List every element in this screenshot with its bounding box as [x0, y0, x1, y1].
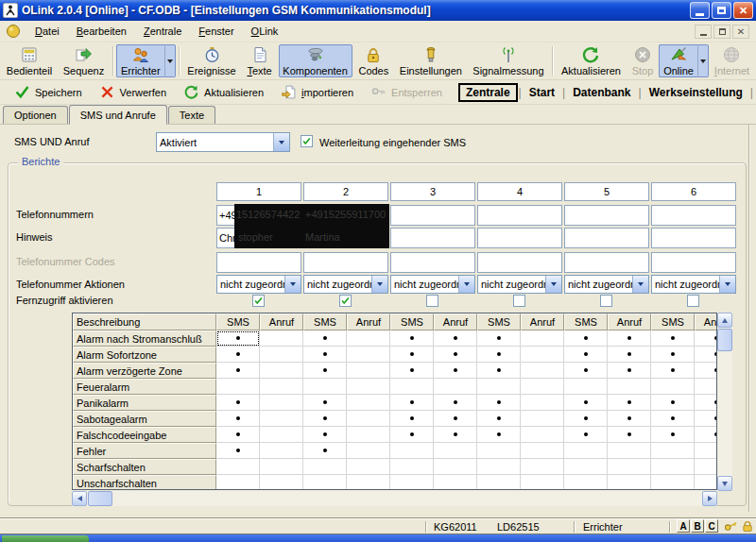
event-cell-sms-1[interactable] — [216, 330, 260, 347]
event-cell-anruf-1[interactable] — [260, 330, 303, 347]
event-cell-sms-3[interactable] — [390, 330, 434, 347]
texte-button[interactable]: Texte — [243, 44, 277, 77]
event-cell-sms-5[interactable] — [564, 379, 608, 395]
telefonummer-code-cell-3[interactable] — [390, 252, 475, 273]
event-cell-anruf-2[interactable] — [347, 411, 390, 427]
event-cell-anruf-4[interactable] — [521, 363, 564, 379]
menu-item-fenster[interactable]: Fenster — [190, 23, 242, 40]
event-cell-sms-4[interactable] — [477, 411, 521, 427]
event-cell-sms-6[interactable] — [651, 475, 695, 490]
scroll-up-button[interactable] — [717, 313, 732, 328]
event-cell-anruf-1[interactable] — [260, 475, 303, 490]
event-cell-sms-4[interactable] — [477, 347, 521, 363]
sms-und-anruf-select[interactable]: Aktiviert — [156, 132, 290, 152]
event-cell-sms-5[interactable] — [564, 475, 608, 490]
telefonummer-code-cell-4[interactable] — [477, 252, 562, 273]
event-cell-sms-3[interactable] — [390, 395, 434, 411]
telefonummer-aktion-select-3[interactable]: nicht zugeordr — [390, 275, 475, 294]
event-cell-sms-2[interactable] — [303, 379, 347, 395]
event-cell-anruf-6[interactable] — [695, 395, 717, 411]
horizontal-scrollbar[interactable] — [72, 491, 717, 506]
event-cell-sms-1[interactable] — [216, 379, 260, 395]
event-cell-anruf-5[interactable] — [608, 427, 651, 443]
einstellungen-button[interactable]: Einstellungen — [395, 44, 467, 77]
partition-button-c[interactable]: C — [705, 519, 718, 533]
event-cell-anruf-2[interactable] — [347, 330, 390, 347]
event-cell-anruf-1[interactable] — [260, 395, 303, 411]
event-cell-sms-5[interactable] — [564, 395, 608, 411]
telefonummer-code-cell-2[interactable] — [303, 252, 388, 273]
event-cell-anruf-5[interactable] — [608, 475, 651, 490]
event-cell-sms-3[interactable] — [390, 363, 434, 379]
mdi-restore-button[interactable] — [713, 25, 730, 39]
event-cell-anruf-4[interactable] — [521, 427, 564, 443]
scroll-left-button[interactable] — [72, 491, 87, 506]
event-cell-sms-2[interactable] — [303, 363, 347, 379]
event-cell-anruf-3[interactable] — [434, 443, 477, 459]
tab-texte[interactable]: Texte — [168, 106, 215, 124]
event-cell-sms-5[interactable] — [564, 330, 608, 347]
event-cell-sms-4[interactable] — [477, 427, 521, 443]
event-cell-anruf-6[interactable] — [695, 347, 717, 363]
start-button[interactable] — [2, 535, 89, 542]
codes-button[interactable]: Codes — [354, 44, 394, 77]
event-cell-sms-5[interactable] — [564, 347, 608, 363]
importieren-button[interactable]: importieren — [272, 81, 362, 103]
signalmessung-button[interactable]: Signalmessung — [469, 44, 549, 77]
event-cell-sms-2[interactable] — [303, 443, 347, 459]
event-cell-anruf-5[interactable] — [608, 363, 651, 379]
fernzugriff-checkbox-4[interactable] — [513, 295, 525, 307]
event-cell-anruf-3[interactable] — [434, 347, 477, 363]
event-cell-anruf-4[interactable] — [521, 411, 564, 427]
event-cell-sms-5[interactable] — [564, 459, 608, 475]
chevron-down-icon[interactable] — [632, 276, 648, 293]
event-cell-anruf-5[interactable] — [608, 443, 651, 459]
event-cell-sms-3[interactable] — [390, 411, 434, 427]
scroll-down-button[interactable] — [717, 476, 732, 491]
event-cell-sms-2[interactable] — [303, 475, 347, 490]
event-cell-anruf-4[interactable] — [521, 330, 564, 347]
event-cell-sms-2[interactable] — [303, 411, 347, 427]
event-cell-sms-4[interactable] — [477, 459, 521, 475]
event-cell-anruf-4[interactable] — [521, 459, 564, 475]
ereignisse-button[interactable]: Ereignisse — [183, 44, 241, 77]
event-cell-anruf-6[interactable] — [695, 475, 717, 490]
event-cell-anruf-6[interactable] — [695, 330, 717, 347]
telefonummer-aktion-select-1[interactable]: nicht zugeordr — [216, 275, 301, 294]
event-cell-anruf-3[interactable] — [434, 475, 477, 490]
fernzugriff-checkbox-3[interactable] — [426, 295, 438, 307]
event-cell-sms-6[interactable] — [651, 347, 695, 363]
event-cell-anruf-6[interactable] — [695, 363, 717, 379]
event-cell-sms-1[interactable] — [216, 443, 260, 459]
event-cell-anruf-6[interactable] — [695, 443, 717, 459]
nav-tab-start[interactable]: Start — [523, 84, 561, 101]
event-cell-sms-1[interactable] — [216, 347, 260, 363]
fernzugriff-checkbox-1[interactable] — [252, 295, 265, 307]
event-cell-sms-5[interactable] — [564, 427, 608, 443]
chevron-down-icon[interactable] — [545, 276, 561, 293]
event-cell-sms-1[interactable] — [216, 427, 260, 443]
telefonummer-code-cell-5[interactable] — [564, 252, 649, 273]
event-cell-sms-2[interactable] — [303, 459, 347, 475]
nav-tab-datenbank[interactable]: Datenbank — [566, 84, 637, 101]
mdi-close-button[interactable]: ✕ — [732, 25, 749, 39]
sequenz-button[interactable]: Sequenz — [59, 44, 109, 77]
komponenten-button[interactable]: Komponenten — [279, 44, 352, 77]
restore-button[interactable] — [712, 2, 731, 19]
menu-item-datei[interactable]: Datei — [26, 23, 68, 40]
telefonnummer-cell-6[interactable] — [651, 205, 736, 226]
event-cell-anruf-1[interactable] — [260, 347, 303, 363]
errichter-button[interactable]: Errichter — [116, 44, 164, 77]
fernzugriff-checkbox-2[interactable] — [339, 295, 352, 307]
event-cell-sms-6[interactable] — [651, 427, 695, 443]
event-cell-anruf-5[interactable] — [608, 347, 651, 363]
horizontal-scroll-thumb[interactable] — [88, 491, 112, 506]
event-cell-anruf-2[interactable] — [347, 475, 390, 490]
event-cell-anruf-4[interactable] — [521, 443, 564, 459]
event-cell-sms-1[interactable] — [216, 475, 260, 490]
event-cell-sms-4[interactable] — [477, 395, 521, 411]
event-cell-anruf-2[interactable] — [347, 379, 390, 395]
event-cell-sms-5[interactable] — [564, 443, 608, 459]
event-cell-anruf-2[interactable] — [347, 363, 390, 379]
event-cell-anruf-2[interactable] — [347, 459, 390, 475]
